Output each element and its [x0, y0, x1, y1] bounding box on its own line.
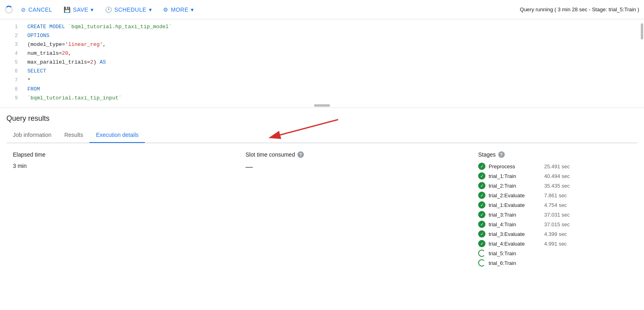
query-status: Query running ( 3 min 28 sec - Stage: tr… [520, 6, 639, 12]
stage-done-icon: ✓ [478, 182, 485, 189]
stage-time: 4.399 sec [544, 231, 567, 237]
schedule-dropdown-icon: ▾ [149, 6, 152, 13]
line-number: 9 [5, 94, 18, 102]
line-number: 8 [5, 85, 18, 93]
save-icon: 💾 [64, 6, 70, 13]
code-line: 5 max_parallel_trials=2) AS [0, 58, 644, 67]
code-line: 8FROM [0, 85, 644, 94]
more-button[interactable]: ⚙ MORE ▾ [158, 4, 199, 15]
stages-list: ✓Preprocess25.491 sec✓trial_1:Train40.49… [478, 163, 621, 267]
stage-time: 7.861 sec [544, 192, 567, 198]
line-number: 4 [5, 50, 18, 58]
horizontal-scrollbar[interactable] [314, 104, 330, 107]
cancel-button[interactable]: ⊘ CANCEL [16, 4, 57, 15]
stage-done-icon: ✓ [478, 201, 485, 209]
stage-running-icon [478, 259, 485, 267]
stage-running-icon [478, 250, 485, 257]
stage-name: trial_6:Train [489, 260, 541, 266]
code-line: 9 `bqml_tutorial.taxi_tip_input` [0, 94, 644, 103]
results-section: Query results Job information Results Ex… [0, 108, 644, 277]
slot-time-help-icon[interactable]: ? [297, 151, 304, 158]
slot-time-col: Slot time consumed ? — [246, 151, 478, 269]
stage-done-icon: ✓ [478, 172, 485, 180]
stage-row: trial_6:Train [478, 259, 621, 267]
stage-row: trial_5:Train [478, 250, 621, 257]
save-dropdown-icon: ▾ [91, 6, 93, 13]
line-content: num_trials=20, [27, 49, 71, 58]
slot-time-label: Slot time consumed ? [246, 151, 469, 158]
save-button[interactable]: 💾 SAVE ▾ [59, 4, 99, 15]
line-content: CREATE MODEL `bqml_tutorial.hp_taxi_tip_… [27, 23, 172, 31]
stages-label: Stages ? [478, 151, 621, 158]
toolbar: ⊘ CANCEL 💾 SAVE ▾ 🕐 SCHEDULE ▾ ⚙ MORE ▾ … [0, 0, 644, 19]
stage-row: ✓trial_3:Evaluate4.399 sec [478, 230, 621, 238]
stage-done-icon: ✓ [478, 240, 485, 247]
line-content: OPTIONS [27, 31, 50, 40]
line-content: (model_type='linear_reg', [27, 40, 106, 49]
slot-time-value: — [246, 163, 469, 171]
elapsed-time-label: Elapsed time [13, 151, 236, 158]
stage-time: 35.435 sec [544, 183, 570, 189]
stage-row: ✓trial_4:Evaluate4.991 sec [478, 240, 621, 247]
stage-name: trial_3:Evaluate [489, 231, 541, 237]
line-content: * [27, 76, 31, 85]
results-tabs: Job information Results Execution detail… [6, 128, 638, 143]
loading-spinner [5, 6, 13, 14]
stage-time: 37.031 sec [544, 212, 570, 218]
line-content: max_parallel_trials=2) AS [27, 58, 106, 67]
tab-execution-details[interactable]: Execution details [89, 128, 145, 143]
code-line: 6SELECT [0, 67, 644, 76]
stage-done-icon: ✓ [478, 163, 485, 170]
stage-row: ✓trial_1:Evaluate4.754 sec [478, 201, 621, 209]
stage-name: trial_4:Evaluate [489, 241, 541, 247]
line-content: `bqml_tutorial.taxi_tip_input` [27, 94, 122, 103]
results-title: Query results [6, 114, 638, 123]
stage-done-icon: ✓ [478, 211, 485, 218]
gear-icon: ⚙ [163, 6, 168, 13]
stage-time: 4.991 sec [544, 241, 567, 247]
code-editor[interactable]: 1CREATE MODEL `bqml_tutorial.hp_taxi_tip… [0, 19, 644, 108]
elapsed-time-value: 3 min [13, 163, 236, 169]
stage-name: trial_1:Evaluate [489, 202, 541, 208]
code-line: 1CREATE MODEL `bqml_tutorial.hp_taxi_tip… [0, 23, 644, 31]
tab-results[interactable]: Results [58, 128, 90, 143]
code-line: 4 num_trials=20, [0, 49, 644, 58]
line-number: 3 [5, 41, 18, 49]
stage-name: trial_2:Train [489, 183, 541, 189]
line-number: 7 [5, 76, 18, 85]
stage-done-icon: ✓ [478, 221, 485, 228]
vertical-scrollbar[interactable] [641, 23, 643, 39]
stage-time: 40.494 sec [544, 173, 570, 179]
line-number: 5 [5, 58, 18, 66]
line-number: 2 [5, 32, 18, 40]
code-line: 7 * [0, 76, 644, 85]
stages-col: Stages ? ✓Preprocess25.491 sec✓trial_1:T… [478, 151, 631, 269]
line-number: 6 [5, 67, 18, 75]
stage-done-icon: ✓ [478, 230, 485, 238]
cancel-icon: ⊘ [21, 6, 26, 13]
stage-row: ✓trial_2:Train35.435 sec [478, 182, 621, 189]
stage-name: trial_2:Evaluate [489, 192, 541, 198]
code-line: 3 (model_type='linear_reg', [0, 40, 644, 49]
stage-time: 25.491 sec [544, 163, 570, 169]
stage-row: ✓trial_1:Train40.494 sec [478, 172, 621, 180]
line-number: 1 [5, 23, 18, 31]
schedule-button[interactable]: 🕐 SCHEDULE ▾ [100, 4, 157, 15]
stage-row: ✓Preprocess25.491 sec [478, 163, 621, 170]
stage-time: 4.754 sec [544, 202, 567, 208]
more-dropdown-icon: ▾ [191, 6, 194, 13]
code-content: 1CREATE MODEL `bqml_tutorial.hp_taxi_tip… [0, 23, 644, 103]
stages-help-icon[interactable]: ? [498, 151, 505, 158]
stage-name: trial_1:Train [489, 173, 541, 179]
tab-job-information[interactable]: Job information [6, 128, 58, 143]
line-content: SELECT [27, 67, 46, 76]
line-content: FROM [27, 85, 40, 94]
stage-done-icon: ✓ [478, 192, 485, 199]
stage-row: ✓trial_3:Train37.031 sec [478, 211, 621, 218]
execution-details: Elapsed time 3 min Slot time consumed ? … [6, 143, 638, 277]
elapsed-time-col: Elapsed time 3 min [13, 151, 246, 269]
stage-row: ✓trial_4:Train37.015 sec [478, 221, 621, 228]
schedule-icon: 🕐 [105, 6, 112, 13]
stage-row: ✓trial_2:Evaluate7.861 sec [478, 192, 621, 199]
stage-name: trial_4:Train [489, 221, 541, 227]
